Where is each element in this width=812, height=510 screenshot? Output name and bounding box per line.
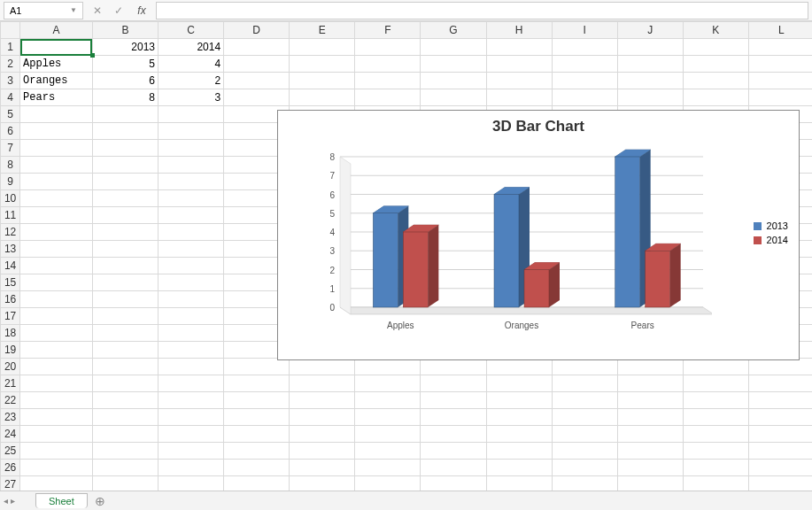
column-header[interactable]: C bbox=[159, 22, 224, 39]
cell[interactable] bbox=[683, 392, 748, 409]
cell[interactable]: Pears bbox=[20, 89, 93, 106]
cell[interactable] bbox=[683, 375, 748, 392]
cell[interactable] bbox=[224, 359, 290, 375]
cell[interactable] bbox=[159, 443, 224, 460]
cell[interactable] bbox=[617, 89, 683, 106]
column-header[interactable]: K bbox=[683, 22, 748, 39]
cell[interactable] bbox=[159, 157, 224, 174]
spreadsheet[interactable]: ABCDEFGHIJKL1201320142Apples543Oranges62… bbox=[0, 21, 812, 491]
cell[interactable] bbox=[552, 89, 617, 106]
name-box[interactable]: A1 ▼ bbox=[4, 2, 83, 19]
cell[interactable] bbox=[683, 39, 748, 56]
cell[interactable] bbox=[355, 89, 421, 106]
cell[interactable] bbox=[355, 359, 421, 375]
cell[interactable] bbox=[20, 308, 93, 325]
row-header[interactable]: 22 bbox=[1, 392, 20, 409]
row-header[interactable]: 13 bbox=[1, 241, 20, 258]
cell[interactable] bbox=[421, 56, 486, 73]
cell[interactable] bbox=[159, 291, 224, 308]
row-header[interactable]: 1 bbox=[1, 39, 20, 56]
column-header[interactable]: I bbox=[552, 22, 617, 39]
cell[interactable] bbox=[552, 409, 617, 426]
cell[interactable] bbox=[92, 460, 158, 476]
cell[interactable] bbox=[159, 460, 224, 476]
row-header[interactable]: 2 bbox=[1, 56, 20, 73]
cell[interactable] bbox=[617, 375, 683, 392]
cell[interactable]: 4 bbox=[159, 56, 224, 73]
cell[interactable] bbox=[290, 359, 355, 375]
row-header[interactable]: 23 bbox=[1, 409, 20, 426]
cell[interactable] bbox=[355, 56, 421, 73]
cell[interactable] bbox=[224, 392, 290, 409]
cell[interactable] bbox=[159, 190, 224, 207]
row-header[interactable]: 21 bbox=[1, 375, 20, 392]
cell[interactable] bbox=[20, 409, 93, 426]
cell[interactable] bbox=[159, 325, 224, 342]
row-header[interactable]: 6 bbox=[1, 123, 20, 140]
cell[interactable] bbox=[355, 476, 421, 491]
cell[interactable] bbox=[92, 224, 158, 241]
cell[interactable] bbox=[92, 359, 158, 375]
cell[interactable] bbox=[552, 359, 617, 375]
cell[interactable] bbox=[224, 460, 290, 476]
cell[interactable] bbox=[748, 426, 812, 443]
cell[interactable] bbox=[748, 476, 812, 491]
row-header[interactable]: 15 bbox=[1, 274, 20, 291]
cell[interactable] bbox=[421, 359, 486, 375]
cell[interactable] bbox=[92, 443, 158, 460]
cell[interactable] bbox=[421, 443, 486, 460]
cell[interactable] bbox=[224, 443, 290, 460]
cell[interactable] bbox=[20, 157, 93, 174]
cell[interactable] bbox=[20, 460, 93, 476]
cell[interactable] bbox=[552, 443, 617, 460]
cell[interactable] bbox=[486, 443, 552, 460]
cell[interactable]: 5 bbox=[92, 56, 158, 73]
cell[interactable] bbox=[92, 409, 158, 426]
cell[interactable] bbox=[486, 460, 552, 476]
cell[interactable] bbox=[92, 375, 158, 392]
cell[interactable] bbox=[20, 291, 93, 308]
cell[interactable] bbox=[20, 207, 93, 224]
cell[interactable] bbox=[159, 106, 224, 123]
cell[interactable] bbox=[20, 224, 93, 241]
cell[interactable] bbox=[552, 476, 617, 491]
cell[interactable] bbox=[20, 258, 93, 274]
row-header[interactable]: 4 bbox=[1, 89, 20, 106]
cell[interactable]: Apples bbox=[20, 56, 93, 73]
cell[interactable]: 8 bbox=[92, 89, 158, 106]
row-header[interactable]: 11 bbox=[1, 207, 20, 224]
cell[interactable] bbox=[617, 460, 683, 476]
accept-icon[interactable]: ✓ bbox=[108, 4, 129, 17]
cell[interactable] bbox=[683, 460, 748, 476]
cell[interactable]: 6 bbox=[92, 73, 158, 89]
cell[interactable] bbox=[20, 375, 93, 392]
cell[interactable] bbox=[748, 56, 812, 73]
cell[interactable] bbox=[552, 460, 617, 476]
cell[interactable] bbox=[92, 174, 158, 190]
cell[interactable] bbox=[617, 426, 683, 443]
cell[interactable] bbox=[617, 443, 683, 460]
cell[interactable] bbox=[683, 409, 748, 426]
cell[interactable] bbox=[617, 476, 683, 491]
cell[interactable] bbox=[748, 89, 812, 106]
column-header[interactable]: F bbox=[355, 22, 421, 39]
cell[interactable] bbox=[486, 359, 552, 375]
cell[interactable] bbox=[92, 274, 158, 291]
cell[interactable] bbox=[421, 89, 486, 106]
cell[interactable] bbox=[92, 392, 158, 409]
cell[interactable] bbox=[20, 241, 93, 258]
cell[interactable] bbox=[421, 392, 486, 409]
fx-icon[interactable]: fx bbox=[131, 4, 152, 17]
cell[interactable] bbox=[92, 342, 158, 359]
cell[interactable] bbox=[290, 392, 355, 409]
cell[interactable] bbox=[20, 443, 93, 460]
cell[interactable] bbox=[486, 375, 552, 392]
cell[interactable] bbox=[421, 476, 486, 491]
cell[interactable] bbox=[290, 73, 355, 89]
cell[interactable] bbox=[20, 476, 93, 491]
row-header[interactable]: 5 bbox=[1, 106, 20, 123]
cell[interactable] bbox=[748, 460, 812, 476]
cell[interactable] bbox=[617, 39, 683, 56]
cell[interactable] bbox=[224, 476, 290, 491]
cell[interactable] bbox=[355, 73, 421, 89]
